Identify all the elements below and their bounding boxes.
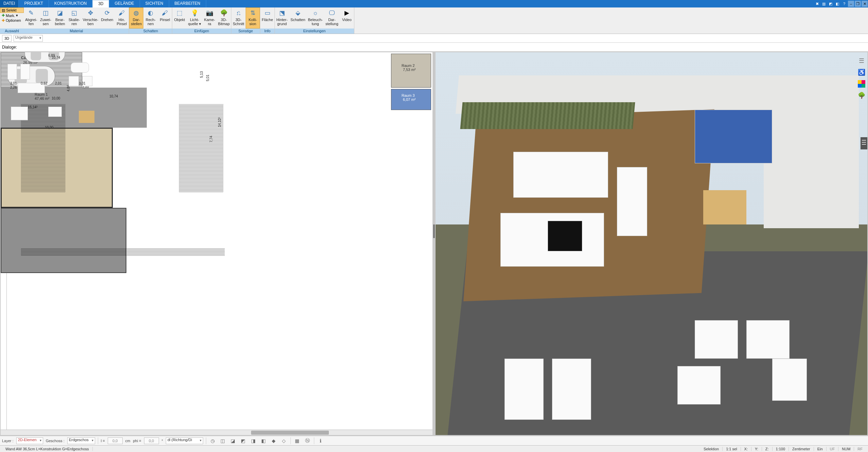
north-icon[interactable]: Ⓝ (304, 437, 311, 445)
scene-seat-1[interactable] (677, 366, 721, 404)
tool-b-icon[interactable]: ◪ (229, 437, 237, 445)
pane-splitter[interactable] (433, 52, 435, 435)
drehen-button[interactable]: ⟳Drehen (100, 7, 114, 29)
selekt-label: Selekt (6, 8, 17, 12)
scene-island[interactable] (513, 152, 608, 198)
bitmap3d-button[interactable]: 🌳3D- Bitmap (217, 7, 231, 29)
terrace-sofa[interactable] (71, 62, 89, 73)
terrace-seat-1[interactable] (69, 76, 79, 86)
objekt-button[interactable]: ⬚Objekt (172, 7, 187, 29)
beleuchtung-button[interactable]: ☼Beleuch- tung (307, 7, 324, 29)
palette-icon[interactable] (858, 80, 865, 88)
bearbeiten-button[interactable]: ◪Bear- beiten (53, 7, 67, 29)
window-restore-icon[interactable]: ❐ (855, 1, 861, 7)
menu-3d[interactable]: 3D (92, 0, 109, 7)
scene-dining-table[interactable] (703, 190, 746, 224)
window-minimize-icon[interactable]: – (848, 1, 854, 7)
plan-raum2[interactable]: Raum 2 7,53 m² (391, 54, 431, 88)
dim-i: 5,13 (200, 71, 203, 78)
scene-lounger-1[interactable] (504, 359, 543, 420)
scene-solar-panel[interactable] (695, 110, 773, 163)
geschoss-combo[interactable]: Erdgeschos (67, 437, 95, 444)
schnitt3d-button[interactable]: ⎌3D- Schnitt (231, 7, 246, 29)
verschieben-button[interactable]: ✥Verschie- ben (81, 7, 100, 29)
scene-wall-right (764, 75, 859, 229)
tool-f-icon[interactable]: ◆ (270, 437, 278, 445)
furniture-icon[interactable]: ♿ (858, 69, 865, 76)
flaeche-button[interactable]: ▭Fläche (260, 7, 274, 29)
tree-icon: 🌳 (220, 9, 228, 17)
view-2d-plan[interactable]: CARPORT 26,95 m² 5,38 10,74 5,25 Raum 1 … (1, 52, 432, 435)
plan-terrace[interactable]: 10,74 15,14⁵ 3,01 2,26 0,62 2,01 3,01 10… (1, 208, 126, 273)
zuweisen-button[interactable]: ◫Zuwei- sen (38, 7, 53, 29)
play-icon: ▶ (343, 9, 351, 17)
darstellung-button[interactable]: 🖵Dar- stellung (324, 7, 340, 29)
help-icon[interactable]: ? (841, 1, 847, 7)
status-num: NUM (838, 447, 854, 451)
mode-combo[interactable]: dl (Richtung/Di (166, 437, 203, 444)
rechnen-button[interactable]: ◐Rech- nen (143, 7, 158, 29)
tool-e-icon[interactable]: ◧ (260, 437, 267, 445)
clock-icon[interactable]: ◷ (209, 437, 216, 445)
misc-icon[interactable]: ◩ (828, 1, 834, 7)
l-input[interactable] (108, 437, 123, 444)
ribbon: ▨Selekt ✚Mark.▾ ✚Optionen Auswahl ✎Abgre… (0, 7, 868, 34)
view-tag-3d[interactable]: 3D (2, 35, 12, 42)
menu-projekt[interactable]: PROJEKT (19, 0, 49, 7)
video-button[interactable]: ▶Video (340, 7, 354, 29)
selekt-button[interactable]: ▨Selekt (0, 7, 24, 13)
terrain-combo[interactable]: Urgelände (14, 35, 43, 42)
skalieren-button[interactable]: ◱Skalie- ren (67, 7, 81, 29)
abgreifen-button[interactable]: ✎Abgrei- fen (24, 7, 38, 29)
side-drawer-handle[interactable] (861, 137, 867, 149)
scene-sofa-2[interactable] (746, 320, 790, 359)
material-group-label: Material (24, 29, 129, 34)
window-close-icon[interactable]: ✕ (862, 1, 868, 7)
kollision-button[interactable]: ⇅Kolli- sion (246, 7, 260, 29)
plan-h-scrollbar[interactable] (1, 430, 432, 435)
dim-n: 2,26 (10, 86, 17, 89)
tree2-icon[interactable]: 🌳 (858, 92, 865, 99)
pinsel-button[interactable]: 🖌Pinsel (158, 7, 172, 29)
optionen-button[interactable]: ✚Optionen (0, 18, 24, 23)
view-3d-side-panel: ☰ ♿ 🌳 (857, 57, 866, 99)
grid-icon[interactable]: ▥ (821, 1, 827, 7)
bushes-right (179, 104, 223, 192)
grid-toggle-icon[interactable]: ▦ (294, 437, 301, 445)
scene-fridge[interactable] (617, 167, 647, 236)
plan-table[interactable] (79, 111, 94, 123)
schatten-settings-button[interactable]: ⬙Schatten (289, 7, 306, 29)
menu-sichten[interactable]: SICHTEN (140, 0, 169, 7)
phi-input[interactable] (144, 437, 159, 444)
lichtquelle-button[interactable]: 💡Licht- quelle ▾ (187, 7, 202, 29)
menu-bearbeiten[interactable]: BEARBEITEN (169, 0, 206, 7)
terrace-chair-2[interactable] (20, 64, 30, 79)
scene-lounger-2[interactable] (552, 359, 591, 420)
presets-icon[interactable]: ◧ (834, 1, 840, 7)
scene-seat-2[interactable] (772, 359, 807, 401)
scene-cooktop[interactable] (548, 221, 582, 251)
tools-icon[interactable]: ✖ (814, 1, 820, 7)
info-icon[interactable]: ℹ (317, 437, 324, 445)
view-3d[interactable]: ☰ ♿ 🌳 (436, 52, 867, 435)
plan-raum3[interactable]: Raum 3 6,07 m² (391, 89, 431, 110)
layer-combo[interactable]: 2D-Elemen (16, 437, 43, 444)
tool-a-icon[interactable]: ◫ (219, 437, 227, 445)
tool-c-icon[interactable]: ◩ (240, 437, 247, 445)
tool-d-icon[interactable]: ◨ (250, 437, 257, 445)
menu-konstruktion[interactable]: KONSTRUKTION (49, 0, 92, 7)
scene-sofa-1[interactable] (695, 320, 738, 359)
plan-fridge[interactable] (48, 107, 62, 117)
menu-gelaende[interactable]: GELÄNDE (109, 0, 140, 7)
terrace-chair-1[interactable] (7, 64, 17, 79)
layers-icon[interactable]: ☰ (858, 57, 865, 65)
plan-kitchen[interactable] (11, 107, 28, 120)
mark-button[interactable]: ✚Mark.▾ (0, 13, 24, 18)
mark-label: Mark. (6, 14, 15, 18)
hin-pinsel-button[interactable]: 🖌Hin. Pinsel (114, 7, 129, 29)
hintergrund-button[interactable]: ⬔Hinter- grund (275, 7, 289, 29)
kamera-button[interactable]: 📷Kame- ra (202, 7, 217, 29)
darstellen-button[interactable]: ◍Dar- stellen (129, 7, 143, 29)
tool-g-icon[interactable]: ◇ (280, 437, 288, 445)
menu-datei[interactable]: DATEI (0, 0, 19, 7)
